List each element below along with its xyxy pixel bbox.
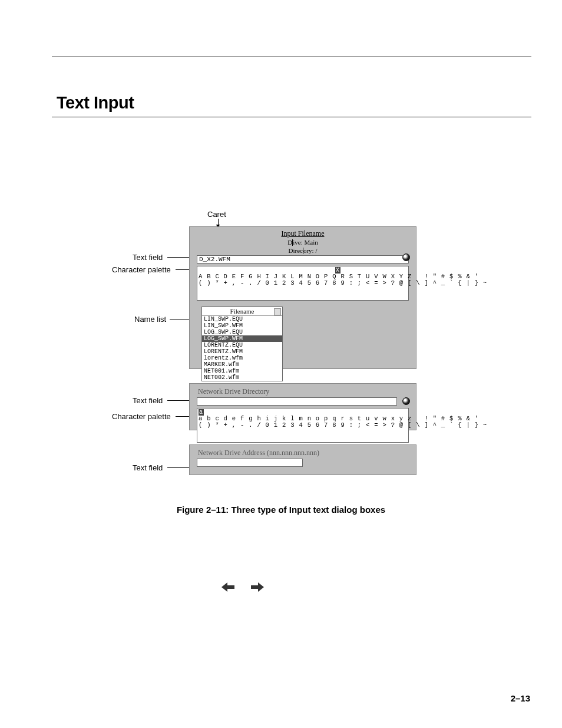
dialog1-drive-left: D [287,239,292,246]
dialog1-file-list[interactable]: Filename LIN_SWP.EQULIN_SWP.WFMLOG_SWP.E… [201,307,283,381]
figure-caption: Figure 2–11: Three type of Input text di… [0,505,562,515]
dialog1-drive-right: ive: Main [293,239,318,246]
callout-char-palette-1: Character palette [112,265,171,274]
file-list-items: LIN_SWP.EQULIN_SWP.WFMLOG_SWP.EQULOG_SWP… [202,316,282,381]
section-title: Text Input [57,93,134,113]
file-list-header: Filename [202,307,282,316]
list-item[interactable]: LOG_SWP.EQU [202,329,282,335]
dialog2-label: Network Drive Directory [198,387,416,396]
list-item[interactable]: LIN_SWP.EQU [202,316,282,322]
dialog1-title: Input Filename [190,229,416,238]
dialog-network-address: Network Drive Address (nnn.nnn.nnn.nnn) [189,444,416,475]
list-item[interactable]: LORENTZ.WFM [202,348,282,355]
svg-marker-0 [222,582,234,592]
palette2-row2: ( ) * + , - . / 0 1 2 3 4 5 6 7 8 9 : ; … [199,421,487,429]
palette1-row2: ( ) * + , - . / 0 1 2 3 4 5 6 7 8 9 : ; … [199,279,487,286]
list-item[interactable]: LOG_SWP.WFM [202,335,282,342]
dialog1-drive-line: Dive: Main [190,239,416,246]
caret-label: Caret [207,210,226,219]
palette2-highlight: a [199,409,204,416]
dialog3-label: Network Drive Address (nnn.nnn.nnn.nnn) [198,449,416,457]
knob-icon [402,253,410,261]
list-item[interactable]: LORENTZ.EQU [202,342,282,348]
dialog2-char-palette[interactable]: a b c d e f g h i j k l m n o p q r s t … [197,408,409,443]
dialog1-dir-line: Direcory: / [190,247,416,255]
next-arrow-icon[interactable] [251,582,264,592]
rule-under-title [52,117,531,117]
list-item[interactable]: NET002.wfm [202,374,282,381]
callout-text-field-2: Text field [133,396,163,405]
page-number: 2–13 [511,693,530,703]
palette1-highlight: X [335,267,340,274]
callout-text-field-3: Text field [133,463,163,472]
dialog1-dir-left: Direc [289,247,303,254]
callout-name-list: Name list [134,315,166,324]
svg-marker-1 [251,582,264,592]
dialog1-char-palette[interactable]: A B C D E F G H I J K L M N O P Q R S T … [197,266,409,301]
prev-arrow-icon[interactable] [222,582,234,592]
list-item[interactable]: lorentz.wfm [202,355,282,361]
callout-char-palette-2: Character palette [112,412,171,421]
dialog-input-filename: Input Filename Dive: Main Direcory: / D_… [189,226,416,369]
dialog3-text-field[interactable] [197,459,303,467]
list-item[interactable]: NET001.wfm [202,368,282,374]
callout-text-field-1: Text field [133,253,163,262]
list-item[interactable]: MARKER.wfm [202,361,282,368]
knob-icon [402,397,410,405]
dialog-network-directory: Network Drive Directory a b c d e f g h … [189,383,416,430]
rule-top [52,57,531,57]
dialog1-text-field[interactable]: D_X2.WFM [197,255,409,263]
nav-arrows [222,582,264,592]
dialog2-text-field[interactable] [197,397,397,406]
dialog1-dir-right: ory: / [303,247,318,254]
list-item[interactable]: LIN_SWP.WFM [202,322,282,329]
